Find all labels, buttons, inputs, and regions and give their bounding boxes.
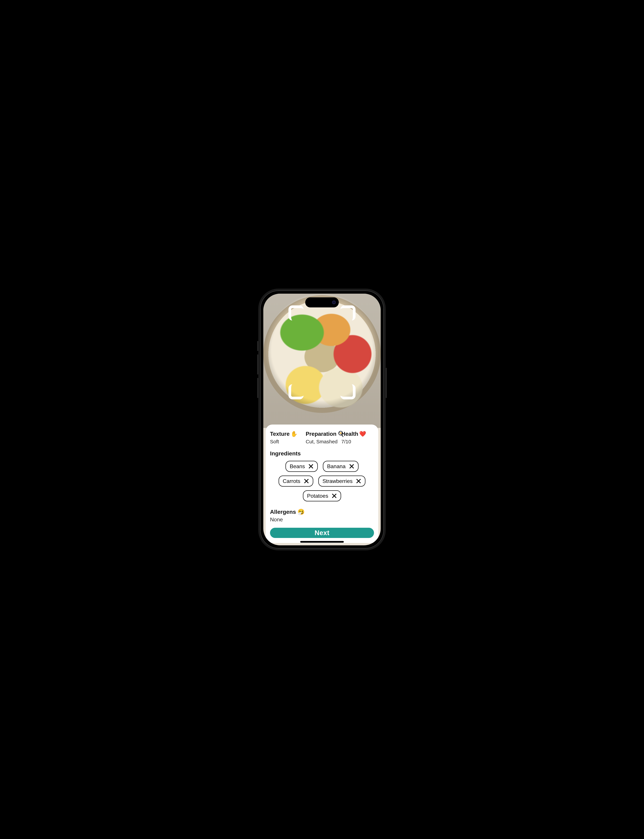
chip-label: Carrots [283,478,301,484]
ingredient-chip[interactable]: Beans [286,461,318,472]
result-card: Texture ✋ Soft Preparation 🍳 Cut, Smashe… [266,424,378,543]
phone-frame: Texture ✋ Soft Preparation 🍳 Cut, Smashe… [258,289,386,550]
hand-icon: ✋ [291,431,297,437]
ingredients-title: Ingredients [270,450,374,457]
ingredients-chips: Beans Banana Carrots Strawberries Potato… [270,461,374,502]
allergens-value: None [270,517,374,523]
stat-texture-label: Texture ✋ [270,431,303,437]
side-button [257,378,258,398]
stat-health-label: Health ❤️ [341,431,374,437]
stat-texture-value: Soft [270,439,303,444]
close-icon[interactable] [307,463,314,470]
chip-label: Strawberries [322,478,353,484]
phone-screen: Texture ✋ Soft Preparation 🍳 Cut, Smashe… [263,294,381,545]
label-text: Preparation [306,431,337,437]
chip-label: Banana [327,463,345,469]
chip-label: Beans [290,463,305,469]
allergens-title: Allergens 🤧 [270,508,374,515]
ingredient-chip[interactable]: Carrots [279,475,313,487]
dynamic-island [305,297,339,308]
close-icon[interactable] [355,478,362,484]
next-button[interactable]: Next [270,528,374,538]
stat-texture: Texture ✋ Soft [270,431,303,444]
food-photo [263,294,381,428]
stat-preparation: Preparation 🍳 Cut, Smashed [306,431,338,444]
stat-preparation-value: Cut, Smashed [306,439,338,444]
allergens-block: Allergens 🤧 None [270,508,374,523]
stats-row: Texture ✋ Soft Preparation 🍳 Cut, Smashe… [270,431,374,444]
label-text: Allergens [270,508,296,515]
close-icon[interactable] [331,492,338,499]
chip-label: Potatoes [307,493,328,499]
label-text: Texture [270,431,290,437]
sneeze-icon: 🤧 [297,508,304,515]
stat-health-value: 7/10 [341,439,374,444]
ingredient-chip[interactable]: Potatoes [303,490,341,502]
ingredient-chip[interactable]: Banana [323,461,358,472]
label-text: Health [341,431,358,437]
close-icon[interactable] [348,463,355,470]
stat-preparation-label: Preparation 🍳 [306,431,338,437]
heart-icon: ❤️ [359,431,366,437]
stat-health: Health ❤️ 7/10 [341,431,374,444]
home-indicator[interactable] [300,541,344,543]
close-icon[interactable] [303,478,310,484]
ingredient-chip[interactable]: Strawberries [318,475,366,487]
side-button [257,341,258,351]
